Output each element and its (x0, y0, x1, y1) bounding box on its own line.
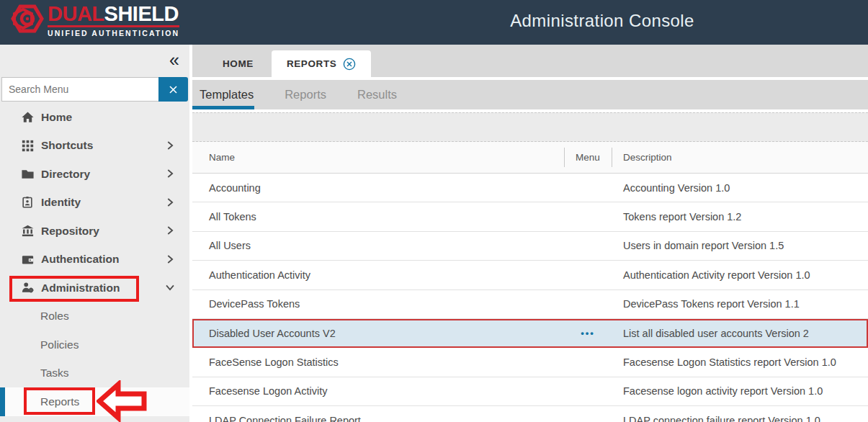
table-header: Name Menu Description (192, 142, 868, 174)
cell-name: Disabled User Accounts V2 (192, 328, 564, 339)
subtab-templates[interactable]: Templates (196, 88, 257, 102)
brand-part2: SHIELD (104, 2, 179, 25)
sidebar-item-identity[interactable]: Identity (0, 189, 189, 217)
sidebar-menu: Home Shortcuts Directory (0, 103, 189, 416)
cell-name: Accounting (192, 182, 564, 194)
tab-label: HOME (223, 58, 254, 69)
tab-reports[interactable]: REPORTS (272, 50, 371, 77)
table-row[interactable]: Authentication Activity Authentication A… (192, 261, 868, 289)
sidebar-item-label: Home (41, 111, 72, 124)
table-row[interactable]: DevicePass Tokens DevicePass Tokens repo… (192, 290, 868, 319)
sidebar-collapse-button[interactable]: « (169, 49, 179, 71)
tab-bar: HOME REPORTS (192, 45, 868, 77)
sidebar-item-tasks[interactable]: Tasks (0, 359, 189, 388)
column-divider (564, 148, 565, 167)
cell-description: List all disabled user accounts Version … (612, 328, 868, 339)
cell-name: DevicePass Tokens (192, 298, 564, 310)
user-gear-icon (20, 281, 35, 295)
page-title: Administration Console (510, 11, 694, 31)
sidebar-item-label: Administration (41, 282, 120, 295)
cell-name: FaceSense Logon Statistics (192, 356, 564, 368)
sidebar-item-shortcuts[interactable]: Shortcuts (0, 132, 189, 161)
cell-name: Authentication Activity (192, 269, 564, 281)
search-bar (1, 77, 188, 102)
column-header-menu[interactable]: Menu (564, 152, 612, 163)
cell-name: LDAP Connection Failure Report (192, 415, 564, 422)
tab-home[interactable]: HOME (205, 50, 272, 77)
sidebar-item-repository[interactable]: Repository (0, 217, 189, 246)
chevron-right-icon (164, 224, 176, 240)
tab-label: REPORTS (287, 58, 336, 69)
app-header: DUALSHIELD UNIFIED AUTHENTICATION Admini… (0, 0, 868, 45)
cell-name: All Users (192, 240, 564, 251)
cell-description: DevicePass Tokens report Version 1.1 (612, 298, 868, 310)
column-header-name[interactable]: Name (192, 152, 564, 163)
sidebar: « Home Shortcuts (0, 45, 189, 422)
sidebar-top-row: « (0, 45, 189, 77)
column-divider (612, 148, 612, 167)
chevron-down-icon (164, 281, 176, 297)
dualshield-logo-icon (7, 2, 46, 38)
subtab-reports[interactable]: Reports (281, 88, 330, 102)
cell-description: Tokens report Version 1.2 (612, 211, 868, 223)
wallet-icon (20, 252, 35, 266)
cell-description: Users in domain report Version 1.5 (612, 240, 868, 251)
row-menu-trigger[interactable]: ••• (564, 328, 612, 338)
brand-part1: DUAL (48, 2, 104, 25)
sidebar-item-label: Directory (41, 168, 90, 181)
sidebar-item-reports[interactable]: Reports (0, 387, 189, 416)
table-row[interactable]: Accounting Accounting Version 1.0 (192, 174, 868, 202)
folder-icon (20, 167, 35, 181)
cell-description: Facesense Logon Statistics report Versio… (612, 356, 868, 368)
table-row[interactable]: All Users Users in domain report Version… (192, 232, 868, 261)
table-body: Accounting Accounting Version 1.0 All To… (192, 174, 868, 422)
table-row[interactable]: Facesense Logon Activity Facesense logon… (192, 377, 868, 406)
table-row[interactable]: FaceSense Logon Statistics Facesense Log… (192, 348, 868, 377)
sidebar-item-authentication[interactable]: Authentication (0, 246, 189, 274)
dualshield-logo: DUALSHIELD UNIFIED AUTHENTICATION (7, 2, 179, 38)
cell-description: LDAP connection failure report Version 1… (612, 415, 868, 422)
cell-name: Facesense Logon Activity (192, 385, 564, 397)
table-row[interactable]: LDAP Connection Failure Report LDAP conn… (192, 406, 868, 422)
table-row[interactable]: All Tokens Tokens report Version 1.2 (192, 202, 868, 231)
cell-description: Facesense logon activity report Version … (612, 385, 868, 397)
subtab-results[interactable]: Results (354, 88, 401, 102)
active-subtab-indicator (192, 106, 254, 109)
cell-description: Accounting Version 1.0 (612, 182, 868, 194)
sidebar-item-directory[interactable]: Directory (0, 160, 189, 189)
chevron-right-icon (164, 167, 176, 183)
brand-tagline: UNIFIED AUTHENTICATION (48, 25, 179, 37)
sidebar-item-administration[interactable]: Administration (0, 274, 189, 302)
search-clear-button[interactable] (158, 77, 188, 102)
main-content: HOME REPORTS Templates Reports Results N… (192, 45, 868, 422)
id-badge-icon (20, 195, 35, 210)
bank-icon (20, 224, 35, 238)
sidebar-item-home[interactable]: Home (0, 103, 189, 132)
table-row-selected[interactable]: Disabled User Accounts V2 ••• List all d… (192, 319, 868, 348)
sidebar-item-label: Repository (41, 225, 99, 238)
chevron-right-icon (164, 253, 176, 269)
subtab-bar: Templates Reports Results (192, 80, 868, 109)
sidebar-item-roles[interactable]: Roles (0, 302, 189, 331)
column-header-description[interactable]: Description (612, 152, 868, 163)
sidebar-item-label: Shortcuts (41, 139, 93, 152)
chevron-right-icon (164, 196, 176, 212)
search-input[interactable] (1, 77, 158, 102)
cell-description: Authentication Activity report Version 1… (612, 269, 868, 281)
tab-close-icon[interactable] (343, 58, 356, 71)
cell-name: All Tokens (192, 211, 564, 223)
home-icon (20, 110, 35, 125)
sidebar-item-label: Identity (41, 196, 81, 209)
grid-icon (20, 138, 35, 153)
toolbar (192, 112, 868, 142)
brand-name: DUALSHIELD (48, 3, 179, 24)
close-icon (169, 85, 178, 94)
sidebar-item-label: Authentication (41, 253, 120, 266)
sidebar-item-policies[interactable]: Policies (0, 331, 189, 359)
chevron-right-icon (164, 139, 176, 155)
